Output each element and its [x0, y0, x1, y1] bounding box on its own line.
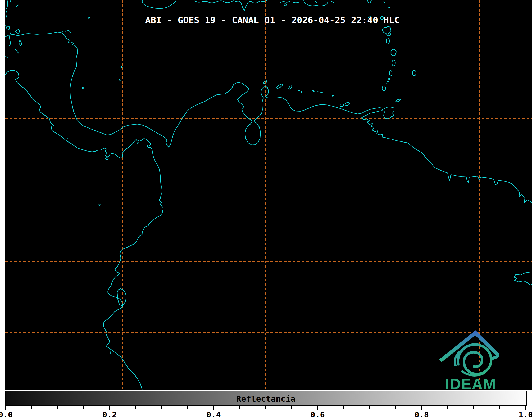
colorbar-tick [395, 406, 396, 409]
coastline-pr-fragments [280, 0, 334, 6]
colorbar-tick [31, 406, 32, 409]
colorbar-tick [239, 406, 240, 409]
colorbar-tick [343, 406, 344, 409]
colorbar-tick [499, 406, 500, 409]
colorbar-tick [369, 406, 370, 409]
satellite-map: IDEAM ABI - GOES 19 - CANAL 01 - 2026-04… [5, 0, 532, 390]
coastline-malpelo [99, 204, 100, 205]
colorbar-tick [57, 406, 58, 409]
reflectance-colorbar: Reflectancia [5, 391, 527, 406]
colorbar-tick [213, 406, 214, 410]
coastline-layer [5, 0, 532, 390]
satellite-product-page: { "title": { "text": "ABI - GOES 19 - CA… [0, 0, 532, 417]
colorbar-tick [187, 406, 188, 409]
colorbar-tick-label: 0.0 [0, 410, 13, 417]
colorbar-tick [447, 406, 448, 409]
map-canvas: IDEAM [5, 0, 532, 390]
coastline-cuba-fragments [5, 0, 21, 58]
coastline-hispaniola [194, 0, 267, 10]
colorbar-tick [83, 406, 84, 409]
colorbar-tick [525, 406, 526, 410]
colorbar-tick-label: 0.8 [415, 410, 429, 417]
colorbar-tick [135, 406, 136, 409]
coastline-isla-puna [110, 289, 126, 353]
ideam-logo: IDEAM [442, 333, 498, 390]
colorbar-tick [265, 406, 266, 409]
coastline-amazon-fragment [514, 272, 532, 285]
colorbar-tick-label: 0.6 [311, 410, 325, 417]
colorbar-tick [421, 406, 422, 410]
colorbar-label: Reflectancia [6, 394, 526, 404]
coastline-panama-islands [106, 140, 139, 160]
colorbar-tick [161, 406, 162, 409]
colorbar-tick [291, 406, 292, 409]
coastline-abc-islands [263, 80, 350, 107]
colorbar-tick-label: 0.2 [102, 410, 117, 417]
coastline-jamaica [142, 0, 176, 8]
ideam-roof-tail [492, 354, 498, 359]
colorbar-tick [317, 406, 318, 410]
coastline-small-caribbean-islands [66, 66, 122, 139]
colorbar-tick [5, 406, 6, 410]
coastline-trinidad [384, 107, 394, 119]
colorbar-axis: 0.00.20.40.60.81.0 [6, 406, 526, 417]
graticule-gridlines [5, 0, 532, 390]
colorbar-tick [109, 406, 110, 410]
colorbar-tick-label: 1.0 [519, 410, 532, 417]
coastline-caribbean-mainland [5, 32, 532, 203]
ideam-logo-text: IDEAM [445, 375, 496, 390]
colorbar-tick-label: 0.4 [206, 410, 221, 417]
product-title: ABI - GOES 19 - CANAL 01 - 2026-04-25 22… [13, 15, 532, 25]
hurricane-spiral-icon [455, 345, 491, 375]
colorbar-tick [473, 406, 474, 409]
